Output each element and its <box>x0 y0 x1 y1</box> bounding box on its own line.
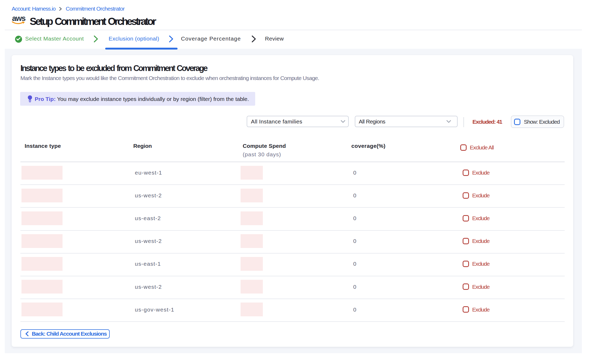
svg-text:aws: aws <box>12 15 25 23</box>
